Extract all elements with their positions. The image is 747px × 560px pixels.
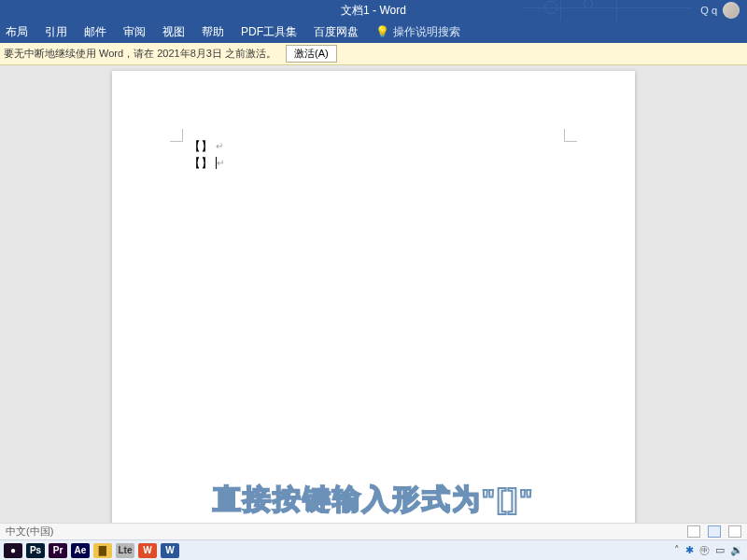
tab-pdf-tools[interactable]: PDF工具集 [241,24,297,40]
activate-button[interactable]: 激活(A) [286,45,337,63]
taskbar-app-ps[interactable]: Ps [26,543,45,558]
document-canvas[interactable]: 【】 ↵ 【】 ↵ [0,65,747,523]
taskbar-app-ae[interactable]: Ae [71,543,90,558]
document-line-2[interactable]: 【】 ↵ [189,155,224,172]
status-bar: 中文(中国) [0,523,747,539]
status-language[interactable]: 中文(中国) [6,525,53,539]
tray-chevron-up-icon[interactable]: ˄ [674,544,680,556]
taskbar-app-pr[interactable]: Pr [49,543,67,558]
document-page[interactable]: 【】 ↵ 【】 ↵ [112,71,635,523]
windows-taskbar: ● Ps Pr Ae ▇ Lte W W ˄ ✱ ㊥ ▭ 🔉 [0,539,747,560]
taskbar-app-ps-dark[interactable]: ● [4,543,22,558]
tab-help[interactable]: 帮助 [202,24,224,40]
margin-corner-tr [564,129,577,142]
tell-me-search[interactable]: 💡 操作说明搜索 [375,24,460,40]
tab-references[interactable]: 引用 [45,24,67,40]
tab-baidu-pan[interactable]: 百度网盘 [314,24,359,40]
tell-me-placeholder: 操作说明搜索 [393,24,460,40]
view-read-mode[interactable] [687,525,700,538]
activation-notice-bar: 要无中断地继续使用 Word，请在 2021年8月3日 之前激活。 激活(A) [0,43,747,65]
paragraph-mark-icon: ↵ [217,158,224,168]
tab-mailings[interactable]: 邮件 [84,24,106,40]
tray-volume-icon[interactable]: 🔉 [730,544,743,556]
document-body[interactable]: 【】 ↵ 【】 ↵ [189,138,224,172]
document-line-1[interactable]: 【】 ↵ [189,138,224,155]
margin-corner-tl [170,129,183,142]
status-view-controls [687,525,741,538]
tray-ime-icon[interactable]: ㊥ [699,543,710,557]
view-print-layout[interactable] [708,525,721,538]
taskbar-app-word[interactable]: W [161,543,179,558]
system-tray: ˄ ✱ ㊥ ▭ 🔉 [674,543,743,557]
titlebar-decoration [523,0,691,21]
activation-notice-text: 要无中断地继续使用 Word，请在 2021年8月3日 之前激活。 [4,47,276,61]
taskbar-app-lte[interactable]: Lte [116,543,134,558]
ribbon-tabs: 布局 引用 邮件 审阅 视图 帮助 PDF工具集 百度网盘 💡 操作说明搜索 [0,21,747,43]
lightbulb-icon: 💡 [375,25,389,38]
title-bar: 文档1 - Word Q q [0,0,747,21]
user-avatar[interactable] [723,2,740,19]
tab-layout[interactable]: 布局 [6,24,28,40]
tray-power-icon[interactable]: ▭ [715,544,725,556]
user-name: Q q [700,5,717,16]
view-web-layout[interactable] [728,525,741,538]
tray-bluetooth-icon[interactable]: ✱ [685,544,694,556]
tab-view[interactable]: 视图 [162,24,185,40]
window-title: 文档1 - Word [341,3,406,19]
taskbar-app-wps[interactable]: W [138,543,157,558]
titlebar-right: Q q [700,2,740,19]
taskbar-app-explorer[interactable]: ▇ [93,543,112,558]
tab-review[interactable]: 审阅 [123,24,146,40]
paragraph-mark-icon: ↵ [216,141,223,151]
